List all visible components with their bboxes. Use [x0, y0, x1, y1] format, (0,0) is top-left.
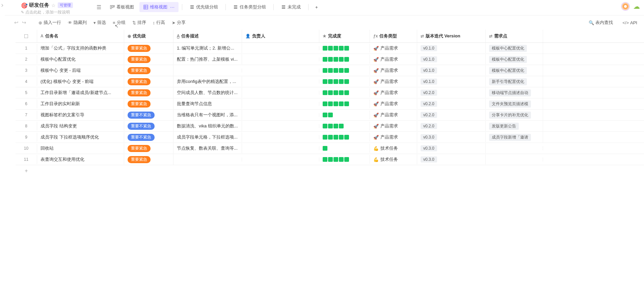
cell-req[interactable]: 分享卡片的补充优化 — [486, 110, 543, 121]
row-index[interactable]: 2 — [16, 55, 37, 64]
cloud-sync-icon[interactable]: ☁ — [633, 2, 640, 10]
hide-columns-button[interactable]: 👁隐藏列 — [65, 18, 89, 27]
cell-progress[interactable] — [319, 111, 370, 119]
insert-row-button[interactable]: ⊕插入一行 — [36, 18, 64, 27]
req-tag[interactable]: 模板中心配置优化 — [489, 67, 527, 74]
tab-undone[interactable]: 未完成 — [277, 2, 305, 12]
cell-req[interactable]: 成员字段新增「邀请 — [486, 132, 543, 143]
page-subtitle[interactable]: ✎ 点击此处，添加一段说明 — [21, 9, 88, 15]
cell-version[interactable]: v0.3.0 — [417, 154, 486, 164]
req-tag[interactable]: 新手引导配置优化 — [489, 78, 527, 85]
table-row[interactable]: 6工作目录的实时刷新重要紧急批量查询节点信息🚀 产品需求v0.2.0文件夹预览页… — [16, 98, 644, 110]
cell-type[interactable]: 🚀 产品需求 — [370, 110, 417, 120]
cell-owner[interactable] — [242, 46, 319, 50]
cell-desc[interactable] — [173, 157, 242, 161]
cell-desc[interactable] — [173, 68, 242, 72]
cell-priority[interactable]: 重要紧急 — [124, 76, 173, 87]
row-index[interactable]: 6 — [16, 99, 37, 108]
select-all-checkbox[interactable] — [24, 34, 28, 38]
row-index[interactable]: 10 — [16, 144, 37, 153]
add-view-button[interactable]: + — [312, 3, 321, 11]
table-row[interactable]: 9成员字段 下拉框选项顺序优化重要不紧急成员字段单元格，下拉框选项...🚀 产品… — [16, 132, 644, 143]
table-row[interactable]: 3模板中心 变更 - 后端重要紧急🚀 产品需求v0.1.0模板中心配置优化 — [16, 65, 644, 76]
req-tag[interactable]: 移动端节点描述自动 — [489, 89, 531, 96]
cell-priority[interactable]: 重要不紧急 — [124, 121, 173, 132]
cell-version[interactable]: v0.1.0 — [417, 43, 486, 53]
cell-desc[interactable]: 成员字段单元格，下拉框选项... — [173, 132, 242, 142]
cell-owner[interactable] — [242, 57, 319, 61]
cell-owner[interactable] — [242, 68, 319, 72]
cell-req[interactable]: 发版更新公告 — [486, 121, 543, 132]
tab-priority-group[interactable]: 优先级分组 — [186, 2, 222, 12]
cell-type[interactable]: 🚀 产品需求 — [370, 77, 417, 87]
cell-progress[interactable] — [319, 99, 370, 108]
cell-desc[interactable]: 数据清洗、vika 组织单元的数... — [173, 121, 242, 131]
cell-progress[interactable] — [319, 44, 370, 53]
filter-button[interactable]: ▾筛选 — [91, 18, 109, 27]
cell-name[interactable]: 模板中心 变更 - 后端 — [37, 65, 124, 76]
cell-name[interactable]: 模板中心配置优化 — [37, 54, 124, 64]
column-requirement[interactable]: ⇄需求点 — [486, 30, 543, 42]
cell-name[interactable]: 工作目录的实时刷新 — [37, 99, 124, 109]
avatar[interactable] — [621, 2, 630, 11]
cell-req[interactable]: 移动端节点描述自动 — [486, 87, 543, 98]
row-index[interactable]: 11 — [16, 155, 37, 164]
cell-desc[interactable]: 当维格表只有一个视图时，添... — [173, 110, 242, 120]
column-priority[interactable]: ◉优先级 — [124, 30, 173, 42]
table-row[interactable]: 7视图标签栏的文案引导重要不紧急当维格表只有一个视图时，添...🚀 产品需求v0… — [16, 110, 644, 121]
cell-type[interactable]: 🚀 产品需求 — [370, 43, 417, 53]
row-index[interactable]: 5 — [16, 88, 37, 97]
table-row[interactable]: 5工作目录新增「邀请成员/新建节点...重要紧急空间成员人数、节点数的统计...… — [16, 87, 644, 98]
column-version[interactable]: ⇄版本迭代 Version — [417, 30, 486, 42]
cell-priority[interactable]: 重要紧急 — [124, 143, 173, 154]
search-in-table-button[interactable]: 🔍表内查找 — [586, 18, 616, 27]
cell-name[interactable]: 工作目录新增「邀请成员/新建节点... — [37, 88, 124, 98]
cell-name[interactable]: 回收站 — [37, 143, 124, 153]
cell-priority[interactable]: 重要紧急 — [124, 87, 173, 98]
req-tag[interactable]: 模板中心配置优化 — [489, 45, 527, 52]
cell-progress[interactable] — [319, 77, 370, 86]
table-row[interactable]: 8成员字段 结构变更重要不紧急数据清洗、vika 组织单元的数...🚀 产品需求… — [16, 121, 644, 132]
cell-desc[interactable]: 空间成员人数、节点数的统计... — [173, 88, 242, 98]
cell-type[interactable]: 🚀 产品需求 — [370, 88, 417, 98]
column-name[interactable]: A任务名 — [37, 30, 124, 42]
cell-type[interactable]: 💪 技术任务 — [370, 143, 417, 153]
cell-version[interactable]: v0.2.0 — [417, 110, 486, 120]
cell-progress[interactable] — [319, 122, 370, 130]
cell-req[interactable]: 文件夹预览页描述模 — [486, 98, 543, 110]
cell-owner[interactable] — [242, 146, 319, 150]
redo-button[interactable]: ↪ — [22, 20, 26, 26]
table-row[interactable]: 4(优化) 模板中心 变更 - 前端重要紧急弃用config表中的精选配置，..… — [16, 76, 644, 87]
cell-priority[interactable]: 重要不紧急 — [124, 110, 173, 121]
column-desc[interactable]: A̲任务描述 — [173, 30, 242, 42]
cell-req[interactable]: 模板中心配置优化 — [486, 65, 543, 76]
cell-version[interactable]: v0.3.0 — [417, 143, 486, 153]
cell-owner[interactable] — [242, 135, 319, 139]
row-index[interactable]: 3 — [16, 66, 37, 75]
row-height-button[interactable]: ↕行高 — [150, 18, 168, 27]
cell-progress[interactable] — [319, 133, 370, 142]
cell-req[interactable]: 模板中心配置优化 — [486, 43, 543, 54]
tab-kanban[interactable]: 看板视图 — [106, 2, 138, 12]
cell-progress[interactable] — [319, 66, 370, 75]
cell-progress[interactable] — [319, 144, 370, 153]
cell-desc[interactable]: 批量查询节点信息 — [173, 99, 242, 109]
add-row[interactable]: + — [16, 165, 644, 177]
cell-desc[interactable]: 1. 编写单元测试；2. 新增公... — [173, 43, 242, 53]
table-row[interactable]: 11表查询交互和使用优化重要紧急💪 技术任务v0.3.0 — [16, 154, 644, 165]
cell-desc[interactable]: 弃用config表中的精选配置，... — [173, 77, 242, 87]
cell-req[interactable] — [486, 146, 543, 150]
column-progress[interactable]: ★完成度 — [319, 30, 370, 42]
cell-progress[interactable] — [319, 88, 370, 97]
cell-version[interactable]: v0.1.0 — [417, 77, 486, 87]
cell-owner[interactable] — [242, 80, 319, 84]
cell-owner[interactable] — [242, 102, 319, 106]
column-owner[interactable]: 👤负责人 — [242, 30, 319, 42]
cell-name[interactable]: 成员字段 下拉框选项顺序优化 — [37, 132, 124, 142]
cell-desc[interactable]: 配置：热门推荐、上架模板 vi... — [173, 54, 242, 64]
table-row[interactable]: 1增加「公式」字段支持的函数种类重要紧急1. 编写单元测试；2. 新增公...🚀… — [16, 43, 644, 54]
doc-emoji-icon[interactable]: 🎯 — [21, 2, 27, 8]
row-index[interactable]: 9 — [16, 133, 37, 142]
cell-type[interactable]: 🚀 产品需求 — [370, 54, 417, 64]
page-title[interactable]: 研发任务 — [29, 2, 49, 8]
